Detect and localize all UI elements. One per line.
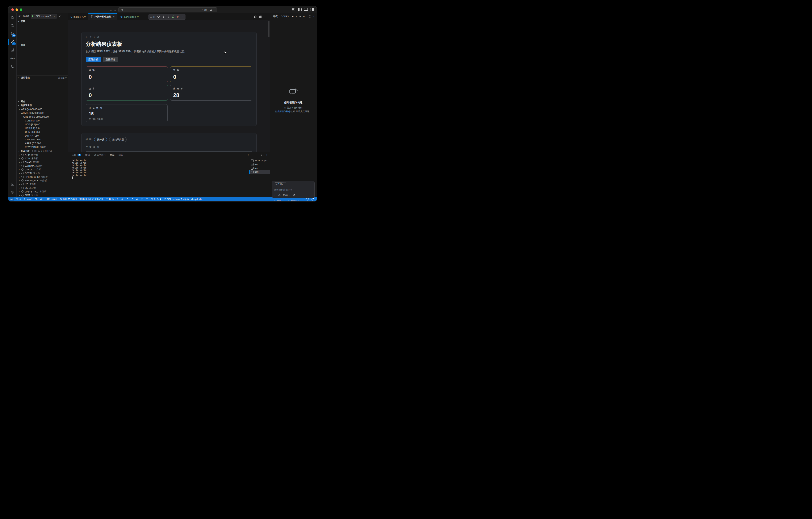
- register-field[interactable]: OPM [3:3] 0b0: [17, 130, 68, 134]
- status-clangd[interactable]: clangd: idle: [190, 197, 204, 201]
- code-icon[interactable]: </>: [278, 194, 281, 196]
- settings-button[interactable]: [8, 188, 17, 196]
- terminal-session-item[interactable]: >_ SF32 project: [249, 159, 270, 162]
- peripheral-analysis-item[interactable]: › DMAC 未分析: [17, 160, 68, 164]
- terminal-output[interactable]: hello,world!hello,world!hello,world!hell…: [68, 158, 249, 197]
- debug-config-dropdown[interactable]: SiFli probe-rs T... ›: [31, 14, 57, 19]
- peripheral-analysis-item[interactable]: › GPADC 未分析: [17, 168, 68, 171]
- new-chat-icon[interactable]: +: [292, 15, 293, 18]
- sidebar-item-search[interactable]: [8, 22, 17, 30]
- tab-ports[interactable]: 端口: [119, 152, 123, 158]
- more-actions-icon[interactable]: ⋯: [62, 15, 65, 18]
- section-header-breakpoints[interactable]: ›断点: [17, 100, 68, 103]
- register-field[interactable]: DIR [4:4] 0b0: [17, 134, 68, 138]
- remote-indicator[interactable]: ><: [8, 197, 14, 201]
- status-wrench-button[interactable]: [120, 197, 125, 201]
- run-analysis-button[interactable]: 运行分析: [86, 57, 101, 62]
- close-panel-icon[interactable]: ×: [265, 154, 267, 157]
- more-actions-icon[interactable]: ⋯: [264, 15, 268, 19]
- section-header-variables[interactable]: ›变量: [17, 19, 68, 23]
- terminal-session-item[interactable]: >_ uart: [249, 166, 270, 170]
- status-cloud-download[interactable]: [39, 197, 44, 201]
- pause-button[interactable]: [153, 16, 155, 18]
- attachment-chip[interactable]: + C idle.c: [274, 182, 286, 186]
- status-build-config-button[interactable]: [140, 197, 145, 201]
- step-over-icon[interactable]: [157, 15, 160, 18]
- chevron-down-icon[interactable]: ›: [251, 154, 253, 156]
- tab-output[interactable]: 输出: [85, 152, 90, 158]
- section-header-peripheral-viewer[interactable]: ›外设查看器: [17, 103, 68, 107]
- status-refresh-button[interactable]: [125, 197, 130, 201]
- tab-codex[interactable]: CODEX: [281, 13, 289, 20]
- close-chat-icon[interactable]: ×: [313, 15, 315, 18]
- back-icon[interactable]: ←: [109, 7, 112, 12]
- peripheral-analysis-item[interactable]: › GPTIM 未分析: [17, 171, 68, 175]
- sidebar-item-run-debug[interactable]: 1: [8, 38, 17, 46]
- chat-composer[interactable]: + C idle.c 描述要构建的内容 + </> 自动 › ↑: [272, 181, 315, 198]
- toggle-panel-icon[interactable]: [304, 8, 308, 11]
- chevron-down-icon[interactable]: ›: [213, 9, 216, 11]
- maximize-window-button[interactable]: [20, 8, 22, 11]
- peripheral-analysis-item[interactable]: › PDM 未分析: [17, 193, 68, 197]
- status-problems[interactable]: 0 4: [149, 197, 162, 201]
- environment-selector[interactable]: 本地›: [273, 200, 284, 201]
- section-header-watch[interactable]: ›监视: [17, 43, 68, 47]
- generate-instructions-link[interactable]: 生成智能体指令: [275, 110, 291, 113]
- sliders-icon[interactable]: [293, 194, 295, 196]
- tree-node-cr1[interactable]: ›CR1 @ 0x0 0x00000000: [17, 115, 68, 119]
- status-flash-button[interactable]: [135, 197, 140, 201]
- severity-select[interactable]: 全部严重级别 ›: [86, 151, 252, 152]
- tab-terminal[interactable]: 终端: [110, 152, 114, 158]
- peripheral-analysis-item[interactable]: › BTIM 未分析: [17, 157, 68, 161]
- peripheral-analysis-item[interactable]: › ATIM 未分析: [17, 153, 68, 157]
- tree-node-aes[interactable]: ›AES @ 0x5000d000: [17, 107, 68, 111]
- toggle-secondary-sidebar-icon[interactable]: [310, 8, 314, 11]
- register-field[interactable]: ARPE [7:7] 0b0: [17, 141, 68, 145]
- openai-icon[interactable]: [254, 15, 257, 19]
- forward-icon[interactable]: →: [114, 7, 117, 12]
- status-cloud-upload[interactable]: [33, 197, 39, 201]
- account-button[interactable]: [8, 180, 17, 188]
- register-field[interactable]: CMS [6:5] 0b00: [17, 138, 68, 141]
- maximize-chat-icon[interactable]: [309, 15, 311, 18]
- command-center-search[interactable]: rtt ● 18 ›: [118, 7, 217, 12]
- sidebar-item-explorer[interactable]: [8, 13, 17, 22]
- terminal-session-item[interactable]: >_ uart: [249, 170, 270, 174]
- reset-filter-button[interactable]: 重置筛选: [103, 57, 118, 62]
- close-icon[interactable]: ×: [113, 15, 115, 18]
- gear-icon[interactable]: [299, 15, 301, 18]
- tab-debug-console[interactable]: 调试控制台: [94, 152, 106, 158]
- toggle-primary-sidebar-icon[interactable]: [298, 8, 301, 11]
- customize-layout-icon[interactable]: [292, 8, 295, 11]
- editor-scrollbar[interactable]: [268, 21, 269, 37]
- peripheral-analysis-item[interactable]: › HPSYS_RCC 未分析: [17, 179, 68, 183]
- register-field[interactable]: RSVD2 [10:8] 0b000: [17, 145, 68, 149]
- chevron-down-icon[interactable]: ›: [181, 16, 184, 18]
- tab-main-c[interactable]: C main.c 4, U: [68, 13, 88, 20]
- more-actions-icon[interactable]: ⋯: [255, 154, 257, 156]
- status-debug-config[interactable]: SiFli probe-rs Test (rtt): [162, 197, 190, 201]
- drag-handle-icon[interactable]: [150, 16, 152, 18]
- status-chip-module[interactable]: SiFli 芯片模组：sf32lb52-lcd_n16r8 (J10): [58, 197, 105, 201]
- peripheral-analysis-item[interactable]: › I2S 未分析: [17, 186, 68, 190]
- notifications-button[interactable]: [311, 198, 314, 201]
- more-actions-icon[interactable]: ⋯: [303, 15, 306, 18]
- step-into-icon[interactable]: [162, 15, 165, 18]
- status-trash-button[interactable]: [130, 197, 135, 201]
- mode-selector[interactable]: 自动 ›: [283, 193, 290, 197]
- peripheral-analysis-item[interactable]: › LPSYS_RCC 未分析: [17, 190, 68, 193]
- disconnect-icon[interactable]: [176, 15, 180, 18]
- new-terminal-icon[interactable]: +: [248, 154, 249, 156]
- sidebar-item-extensions[interactable]: [8, 46, 17, 54]
- register-field[interactable]: URS [2:2] 0b0: [17, 126, 68, 130]
- send-icon[interactable]: ↑: [311, 193, 313, 197]
- tree-node-atim1[interactable]: ›ATIM1 @ 0x50004000: [17, 111, 68, 115]
- status-sdk[interactable]: SDK：main: [44, 197, 58, 201]
- status-branch[interactable]: main*: [22, 197, 34, 201]
- section-header-call-stack[interactable]: ›调用堆栈正在运行: [17, 76, 68, 80]
- peripheral-analysis-item[interactable]: › I2C 未分析: [17, 182, 68, 186]
- close-window-button[interactable]: [11, 8, 14, 11]
- maximize-panel-icon[interactable]: [261, 154, 264, 156]
- gear-icon[interactable]: [58, 15, 61, 18]
- split-editor-icon[interactable]: [259, 15, 262, 18]
